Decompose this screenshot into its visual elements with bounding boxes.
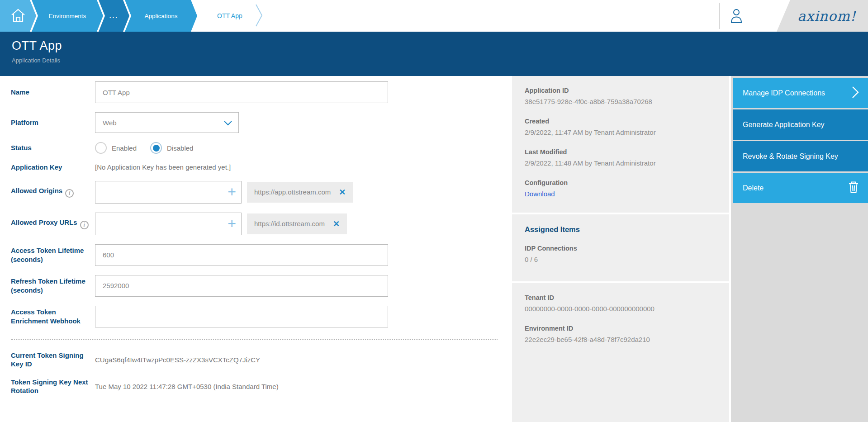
form-row-signing-key-id: Current Token Signing Key ID CUgaS6qf4Iw… bbox=[11, 351, 512, 369]
breadcrumb-home[interactable] bbox=[0, 0, 36, 32]
proxy-url-chip: https://id.ottstream.com ✕ bbox=[247, 213, 347, 234]
form-row-access-token-lifetime: Access Token Lifetime (seconds) bbox=[11, 244, 512, 266]
form-row-application-key: Application Key [No Application Key has … bbox=[11, 163, 512, 172]
user-account-button[interactable] bbox=[730, 8, 743, 25]
proxy-url-chip-label: https://id.ottstream.com bbox=[254, 220, 325, 228]
info-icon[interactable]: i bbox=[80, 221, 89, 229]
allowed-proxy-urls-label: Allowed Proxy URLsi bbox=[11, 218, 95, 229]
access-token-lifetime-input[interactable] bbox=[95, 244, 388, 266]
environment-id-value: 22e2ec29-be65-42f8-a48d-78f7c92da210 bbox=[525, 336, 716, 343]
add-origin-button[interactable]: + bbox=[228, 183, 236, 200]
form-row-allowed-proxy-urls: Allowed Proxy URLsi + https://id.ottstre… bbox=[11, 213, 512, 235]
allowed-origins-label: Allowed Originsi bbox=[11, 186, 95, 198]
origin-chip-label: https://app.ottstream.com bbox=[254, 188, 331, 196]
status-enabled-label: Enabled bbox=[112, 144, 137, 152]
status-disabled-radio[interactable] bbox=[150, 142, 162, 154]
status-label: Status bbox=[11, 143, 95, 152]
platform-label: Platform bbox=[11, 118, 95, 127]
refresh-token-lifetime-label: Refresh Token Lifetime (seconds) bbox=[11, 277, 95, 294]
info-section-assigned-items: Assigned Items IDP Connections 0 / 6 bbox=[512, 214, 729, 281]
breadcrumb-environments[interactable]: Environments bbox=[32, 0, 103, 32]
assigned-items-heading: Assigned Items bbox=[525, 225, 716, 234]
form-row-next-rotation: Token Signing Key Next Rotation Tue May … bbox=[11, 378, 512, 395]
tenant-id-value: 00000000-0000-0000-0000-000000000000 bbox=[525, 305, 716, 313]
platform-selected-value: Web bbox=[103, 119, 117, 127]
breadcrumb-current-label: OTT App bbox=[217, 12, 242, 19]
add-proxy-url-button[interactable]: + bbox=[228, 215, 236, 232]
application-key-label: Application Key bbox=[11, 163, 95, 172]
chevron-down-icon bbox=[224, 121, 232, 126]
breadcrumb-current-page: OTT App bbox=[193, 0, 275, 32]
created-value: 2/9/2022, 11:47 AM by Tenant Administrat… bbox=[525, 128, 716, 136]
webhook-label: Access Token Enrichment Webhook bbox=[11, 308, 95, 325]
status-disabled-label: Disabled bbox=[167, 144, 193, 152]
top-bar: Environments ... Applications OTT App bbox=[0, 0, 868, 32]
manage-idp-connections-label: Manage IDP Connections bbox=[743, 89, 825, 97]
webhook-input[interactable] bbox=[95, 306, 388, 327]
form-row-allowed-origins: Allowed Originsi + https://app.ottstream… bbox=[11, 181, 512, 204]
idp-connections-count: 0 / 6 bbox=[525, 256, 716, 263]
configuration-label: Configuration bbox=[525, 179, 716, 186]
page-header: OTT App Application Details bbox=[0, 32, 868, 76]
last-modified-label: Last Modified bbox=[525, 148, 716, 156]
dotted-divider bbox=[11, 339, 498, 340]
platform-select[interactable]: Web bbox=[95, 112, 239, 133]
generate-application-key-button[interactable]: Generate Application Key bbox=[733, 109, 868, 140]
signing-key-id-label: Current Token Signing Key ID bbox=[11, 351, 95, 369]
breadcrumb-applications[interactable]: Applications bbox=[125, 0, 197, 32]
status-radio-group: Enabled Disabled bbox=[95, 142, 207, 154]
info-section-metadata: Application ID 38e51775-928e-4f0c-a8b8-7… bbox=[512, 76, 729, 213]
form-row-status: Status Enabled Disabled bbox=[11, 142, 512, 154]
environment-id-group: Environment ID 22e2ec29-be65-42f8-a48d-7… bbox=[525, 325, 716, 343]
user-icon bbox=[730, 17, 743, 25]
form-row-refresh-token-lifetime: Refresh Token Lifetime (seconds) bbox=[11, 275, 512, 297]
tenant-id-label: Tenant ID bbox=[525, 294, 716, 301]
allowed-proxy-input[interactable] bbox=[95, 213, 242, 235]
home-icon bbox=[10, 8, 26, 24]
idp-connections-label: IDP Connections bbox=[525, 245, 716, 252]
created-label: Created bbox=[525, 118, 716, 125]
next-rotation-value: Tue May 10 2022 11:47:28 GMT+0530 (India… bbox=[95, 383, 279, 390]
manage-idp-connections-button[interactable]: Manage IDP Connections bbox=[733, 78, 868, 108]
configuration-group: Configuration Download bbox=[525, 179, 716, 198]
form-row-platform: Platform Web bbox=[11, 112, 512, 133]
application-id-label: Application ID bbox=[525, 87, 716, 94]
app-window: Environments ... Applications OTT App bbox=[0, 0, 868, 422]
chevron-right-icon bbox=[852, 85, 859, 101]
refresh-token-lifetime-input[interactable] bbox=[95, 275, 388, 297]
access-token-lifetime-label: Access Token Lifetime (seconds) bbox=[11, 246, 95, 264]
info-panel: Application ID 38e51775-928e-4f0c-a8b8-7… bbox=[512, 76, 729, 422]
status-enabled-radio[interactable] bbox=[95, 142, 107, 154]
next-rotation-label: Token Signing Key Next Rotation bbox=[11, 378, 95, 395]
trash-icon bbox=[848, 181, 859, 195]
allowed-origins-input-wrap: + bbox=[95, 181, 242, 204]
generate-application-key-label: Generate Application Key bbox=[743, 121, 825, 129]
action-panel: Manage IDP Connections Generate Applicat… bbox=[731, 76, 868, 422]
page-subtitle: Application Details bbox=[12, 57, 868, 64]
chevron-separator-icon bbox=[255, 3, 263, 29]
allowed-origins-input[interactable] bbox=[95, 181, 242, 204]
remove-origin-icon[interactable]: ✕ bbox=[339, 187, 346, 197]
created-group: Created 2/9/2022, 11:47 AM by Tenant Adm… bbox=[525, 118, 716, 136]
last-modified-value: 2/9/2022, 11:48 AM by Tenant Administrat… bbox=[525, 159, 716, 167]
revoke-rotate-signing-key-button[interactable]: Revoke & Rotate Signing Key bbox=[733, 141, 868, 171]
topbar-divider bbox=[719, 3, 720, 29]
download-link[interactable]: Download bbox=[525, 190, 555, 198]
delete-label: Delete bbox=[743, 184, 764, 192]
application-key-value: [No Application Key has been generated y… bbox=[95, 163, 231, 171]
page-title: OTT App bbox=[12, 39, 868, 53]
name-input[interactable] bbox=[95, 81, 388, 103]
breadcrumb: Environments ... Applications OTT App bbox=[0, 0, 275, 32]
last-modified-group: Last Modified 2/9/2022, 11:48 AM by Tena… bbox=[525, 148, 716, 167]
info-icon[interactable]: i bbox=[65, 189, 74, 198]
delete-button[interactable]: Delete bbox=[733, 173, 868, 203]
form-row-name: Name bbox=[11, 81, 512, 103]
content-area: Name Platform Web Status Enabled bbox=[0, 76, 868, 422]
tenant-id-group: Tenant ID 00000000-0000-0000-0000-000000… bbox=[525, 294, 716, 313]
environment-id-label: Environment ID bbox=[525, 325, 716, 332]
application-details-form: Name Platform Web Status Enabled bbox=[0, 76, 512, 422]
name-label: Name bbox=[11, 88, 95, 97]
remove-proxy-url-icon[interactable]: ✕ bbox=[333, 219, 340, 229]
breadcrumb-ellipsis[interactable]: ... bbox=[99, 0, 129, 32]
origin-chip: https://app.ottstream.com ✕ bbox=[247, 182, 353, 203]
